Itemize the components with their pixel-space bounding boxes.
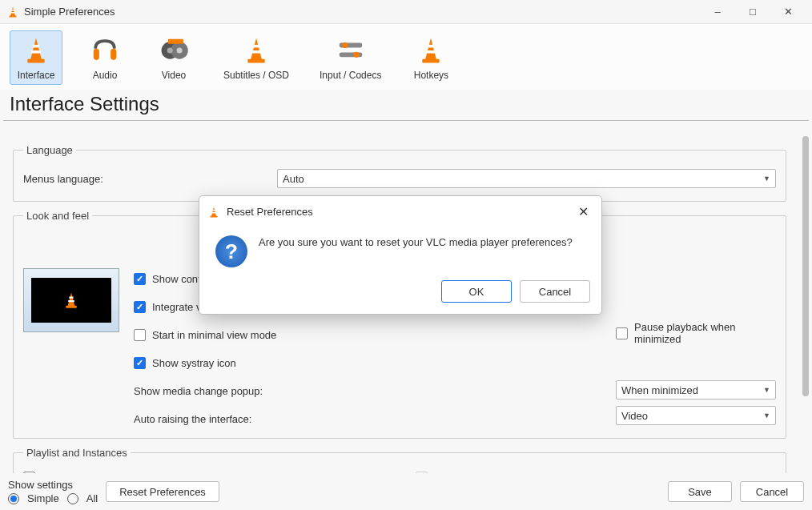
close-button[interactable]: ✕: [770, 0, 806, 24]
playlist-group: Playlist and Instances Allow only one in…: [13, 447, 786, 473]
tab-hotkeys[interactable]: Hotkeys: [404, 30, 457, 85]
dialog-close-button[interactable]: ✕: [573, 203, 593, 221]
integrate-video-check[interactable]: [134, 301, 146, 313]
dialog-cancel-button[interactable]: Cancel: [520, 280, 590, 303]
hotkeys-icon: [416, 35, 446, 66]
maximize-button[interactable]: □: [735, 0, 770, 24]
integrate-video-label: Integrate v: [152, 301, 201, 313]
chevron-down-icon: ▼: [763, 412, 770, 420]
svg-point-7: [167, 47, 173, 53]
vlc-icon: [6, 6, 19, 18]
tab-video[interactable]: Video: [147, 30, 200, 85]
language-legend: Language: [23, 144, 76, 156]
svg-rect-9: [168, 39, 183, 44]
tab-subtitles[interactable]: Subtitles / OSD: [216, 30, 296, 85]
show-settings-label: Show settings: [8, 479, 98, 491]
svg-point-12: [342, 42, 348, 48]
language-group: Language Menus language: Auto▼: [13, 144, 786, 202]
pause-minimize-label: Pause playback when minimized: [634, 321, 776, 345]
titlebar: Simple Preferences – □ ✕: [0, 0, 812, 24]
chevron-down-icon: ▼: [763, 386, 770, 394]
svg-rect-4: [111, 49, 116, 60]
auto-raise-label: Auto raising the interface:: [134, 413, 422, 425]
minimize-button[interactable]: –: [700, 0, 735, 24]
dialog-message: Are you sure you want to reset your VLC …: [259, 235, 573, 267]
show-all-label: All: [86, 492, 98, 504]
show-controls-label: Show cont: [152, 273, 201, 285]
playlist-legend: Playlist and Instances: [23, 447, 131, 459]
menus-language-value: Auto: [283, 173, 304, 185]
chevron-down-icon: ▼: [763, 175, 770, 183]
window-title: Simple Preferences: [6, 6, 700, 18]
preview-cone-icon: [62, 291, 81, 310]
codecs-icon: [332, 34, 370, 66]
minimal-view-check[interactable]: [134, 329, 146, 341]
question-icon: ?: [215, 235, 247, 267]
media-popup-label: Show media change popup:: [134, 385, 422, 397]
reset-confirm-dialog: Reset Preferences ✕ ? Are you sure you w…: [199, 195, 602, 315]
svg-point-8: [177, 47, 183, 53]
tab-video-label: Video: [162, 70, 186, 81]
show-all-radio[interactable]: [67, 493, 78, 504]
tab-hotkeys-label: Hotkeys: [414, 70, 448, 81]
vlc-icon: [207, 206, 220, 219]
svg-rect-3: [94, 49, 99, 60]
show-simple-label: Simple: [27, 492, 59, 504]
tab-input-label: Input / Codecs: [320, 70, 381, 81]
show-simple-radio[interactable]: [8, 493, 19, 504]
tab-input-codecs[interactable]: Input / Codecs: [312, 30, 388, 85]
subtitles-icon: [241, 35, 271, 66]
auto-raise-value: Video: [621, 410, 648, 422]
skin-preview: [23, 268, 119, 332]
media-popup-value: When minimized: [621, 384, 698, 396]
dialog-title: Reset Preferences: [227, 206, 567, 218]
menus-language-select[interactable]: Auto▼: [277, 169, 776, 188]
show-controls-check[interactable]: [134, 273, 146, 285]
window-title-text: Simple Preferences: [24, 6, 115, 18]
pause-minimize-check[interactable]: [616, 327, 628, 339]
bottom-bar: Show settings Simple All Reset Preferenc…: [0, 473, 812, 510]
systray-label: Show systray icon: [152, 357, 236, 369]
scrollbar[interactable]: [802, 136, 809, 396]
save-button[interactable]: Save: [668, 481, 732, 502]
dialog-ok-button[interactable]: OK: [441, 280, 512, 303]
svg-point-13: [353, 52, 359, 58]
interface-icon: [21, 35, 51, 66]
tab-audio-label: Audio: [93, 70, 118, 81]
tab-interface-label: Interface: [18, 70, 55, 81]
look-legend: Look and feel: [23, 210, 92, 222]
preferences-tabs: Interface Audio Video Subtitles / OSD In…: [0, 24, 812, 90]
audio-icon: [86, 34, 124, 66]
auto-raise-select[interactable]: Video▼: [616, 406, 776, 425]
tab-audio[interactable]: Audio: [78, 30, 131, 85]
minimal-view-label: Start in minimal view mode: [152, 329, 276, 341]
media-popup-select[interactable]: When minimized▼: [616, 380, 776, 400]
tab-interface[interactable]: Interface: [10, 30, 62, 85]
systray-check[interactable]: [134, 357, 146, 369]
tab-subtitles-label: Subtitles / OSD: [223, 70, 289, 81]
cancel-button[interactable]: Cancel: [740, 481, 804, 502]
menus-language-label: Menus language:: [23, 173, 271, 185]
video-icon: [155, 34, 193, 66]
reset-preferences-button[interactable]: Reset Preferences: [106, 481, 219, 502]
page-title: Interface Settings: [3, 90, 809, 121]
